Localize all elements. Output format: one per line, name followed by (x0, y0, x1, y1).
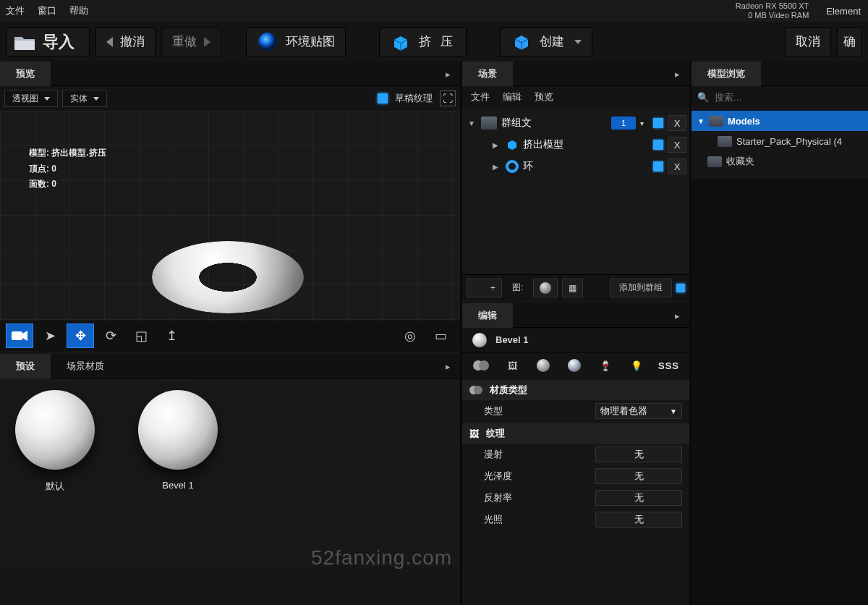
field-label: 光照 (484, 513, 542, 526)
editor-tab[interactable]: 编辑 (462, 303, 513, 328)
gpu-info: Radeon RX 5500 XT 0 MB Video RAM (736, 1, 809, 20)
select-tool-icon[interactable]: ➤ (36, 323, 64, 348)
cancel-button[interactable]: 取消 (785, 28, 831, 56)
monitor-icon[interactable]: ▭ (427, 323, 454, 348)
torus-icon (506, 160, 519, 173)
sss-tab[interactable]: SSS (658, 360, 679, 371)
type-dropdown[interactable]: 物理着色器 ▼ (595, 403, 682, 419)
toggle-icon[interactable] (676, 284, 685, 292)
section-material-type[interactable]: 材质类型 (462, 380, 689, 400)
visibility-toggle[interactable] (653, 161, 663, 172)
rotate-tool-icon[interactable]: ⟳ (97, 323, 124, 348)
section-texture[interactable]: 🖼 纹理 (462, 423, 689, 444)
preview-tab[interactable]: 预览 (0, 62, 51, 86)
expand-icon[interactable]: ▸ (440, 66, 456, 82)
field-value[interactable]: 无 (595, 490, 682, 506)
menu-window[interactable]: 窗口 (38, 4, 56, 17)
scale-tool-icon[interactable]: ◱ (127, 323, 155, 348)
scene-menu-edit[interactable]: 编辑 (503, 90, 522, 103)
close-icon[interactable]: X (668, 137, 686, 153)
chrome-icon[interactable] (565, 356, 583, 375)
visibility-toggle[interactable] (653, 118, 663, 128)
material-item-default[interactable]: 默认 (12, 390, 98, 555)
tree-group-label: 群组文 (501, 117, 607, 130)
extrude-button[interactable]: 挤 压 (379, 28, 467, 56)
field-reflect: 反射率无 (462, 487, 689, 509)
browser-empty (692, 179, 868, 605)
vp-verts: 顶点: 0 (29, 161, 106, 177)
extrude-icon (390, 31, 412, 53)
search-input[interactable] (715, 92, 862, 103)
camera-tool-icon[interactable] (6, 323, 33, 348)
starter-pack-folder[interactable]: Starter_Pack_Physical (4 (692, 131, 868, 151)
vp-model: 模型: 挤出模型.挤压 (29, 145, 106, 161)
cube-icon (511, 31, 532, 53)
create-button[interactable]: 创建 (500, 28, 592, 56)
sphere-icon[interactable] (535, 356, 553, 375)
grid-button[interactable]: ▦ (562, 279, 583, 297)
field-value[interactable]: 无 (595, 468, 682, 484)
shade-dropdown[interactable]: 实体 (62, 90, 107, 107)
scene-menu-file[interactable]: 文件 (471, 90, 490, 103)
add-folder-button[interactable]: + (467, 279, 502, 297)
material-basic-icon[interactable] (472, 356, 490, 375)
viewport-3d[interactable]: 模型: 挤出模型.挤压 顶点: 0 面数: 0 (0, 111, 460, 321)
move-tool-icon[interactable]: ✥ (67, 323, 94, 348)
create-label: 创建 (540, 33, 564, 50)
import-button[interactable]: 导入 (6, 28, 90, 56)
presets-tab[interactable]: 预设 (0, 354, 51, 378)
chevron-down-icon (44, 97, 50, 101)
visibility-toggle[interactable] (653, 140, 663, 150)
triangle-right-icon (204, 37, 210, 47)
tree-row-group[interactable]: ▼ 群组文 1 ▾ X (465, 112, 686, 134)
draft-label: 草稿纹理 (395, 92, 433, 105)
starter-label: Starter_Pack_Physical (4 (736, 136, 842, 147)
ok-label: 确 (843, 33, 856, 50)
count-pill[interactable]: 1 (611, 117, 636, 130)
sphere-button[interactable] (533, 279, 558, 297)
scene-materials-tab[interactable]: 场景材质 (51, 360, 120, 373)
envmap-button[interactable]: 环境贴图 (246, 28, 346, 56)
close-icon[interactable]: X (668, 115, 686, 131)
chevron-down-icon[interactable]: ▾ (640, 119, 649, 127)
undo-button[interactable]: 撤消 (95, 28, 156, 56)
image-icon[interactable]: 🖼 (503, 356, 522, 375)
favorites-folder[interactable]: 收藏夹 (692, 151, 868, 172)
target-icon[interactable]: ◎ (396, 323, 424, 348)
svg-rect-1 (12, 331, 22, 340)
chevron-down-icon: ▼ (697, 117, 705, 125)
models-folder[interactable]: ▼ Models (692, 111, 868, 131)
triangle-left-icon (106, 37, 113, 47)
scene-tab[interactable]: 场景 (462, 62, 513, 86)
menu-file[interactable]: 文件 (6, 4, 25, 17)
chevron-down-icon: ▼ (670, 407, 677, 415)
field-value[interactable]: 无 (595, 447, 682, 462)
model-tree: ▼ Models Starter_Pack_Physical (4 收藏夹 (692, 108, 868, 174)
close-icon[interactable]: X (668, 158, 686, 174)
section-label: 纹理 (486, 427, 505, 440)
expand-icon[interactable]: ▸ (669, 308, 685, 323)
fullscreen-icon[interactable]: ⛶ (440, 90, 456, 106)
expand-icon[interactable]: ▸ (440, 358, 456, 374)
menu-help[interactable]: 帮助 (69, 4, 88, 17)
expand-icon[interactable]: ▸ (669, 66, 685, 82)
light-icon[interactable]: 💡 (627, 356, 645, 375)
glass-icon[interactable]: 🍷 (596, 356, 614, 375)
axis-tool-icon[interactable]: ↥ (158, 323, 185, 348)
folder-plus-icon (473, 283, 486, 293)
add-to-group-button[interactable]: 添加到群组 (610, 279, 672, 297)
view-dd-label: 透视图 (12, 93, 38, 105)
redo-button[interactable]: 重做 (161, 28, 221, 56)
draft-toggle[interactable] (378, 93, 388, 103)
tree-row-torus[interactable]: ▶ 环 X (465, 156, 686, 177)
field-value[interactable]: 无 (595, 512, 682, 528)
scene-menu-preview[interactable]: 预览 (535, 90, 553, 103)
material-item-bevel1[interactable]: Bevel 1 (135, 390, 221, 555)
ok-button[interactable]: 确 (837, 28, 862, 56)
search-row: 🔍 (692, 86, 868, 108)
tree-row-extrude[interactable]: ▶ 挤出模型 X (465, 134, 686, 156)
view-dropdown[interactable]: 透视图 (4, 90, 58, 107)
gpu-vram: 0 MB Video RAM (736, 11, 809, 20)
material-label: 默认 (12, 480, 98, 493)
browser-tab[interactable]: 模型浏览 (692, 62, 761, 86)
